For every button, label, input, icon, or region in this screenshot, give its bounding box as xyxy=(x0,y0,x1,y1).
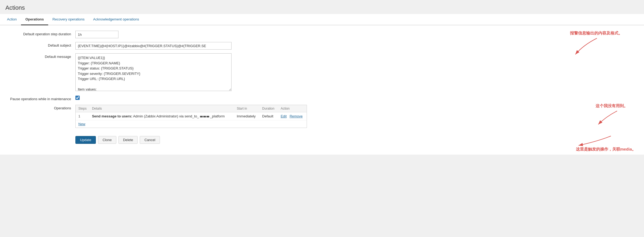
subject-input[interactable] xyxy=(75,42,232,50)
col-start-in: Start in xyxy=(234,105,259,112)
media-dots xyxy=(200,116,209,117)
subject-control xyxy=(75,42,639,50)
operations-table-wrapper: Steps Details Start in Duration Action 1 xyxy=(75,105,307,128)
subject-label: Default subject xyxy=(5,42,75,47)
tab-operations[interactable]: Operations xyxy=(21,14,48,25)
col-duration: Duration xyxy=(260,105,278,112)
pause-label: Pause operations while in maintenance xyxy=(5,96,75,101)
step-duration-input[interactable] xyxy=(75,31,118,38)
message-row: Default message {{ITEM.VALUE1}} Trigger:… xyxy=(0,53,644,92)
operations-row: Operations Steps Details Start in Durati… xyxy=(0,105,644,128)
cancel-button[interactable]: Cancel xyxy=(140,136,160,144)
pause-control xyxy=(75,96,639,100)
message-label: Default message xyxy=(5,53,75,59)
row-step: 1 xyxy=(76,112,89,120)
step-duration-row: Default operation step duration xyxy=(0,31,644,38)
row-duration: Default xyxy=(260,112,278,120)
message-textarea[interactable]: {{ITEM.VALUE1}} Trigger: {TRIGGER.NAME} … xyxy=(75,53,232,91)
tab-acknowledgement[interactable]: Acknowledgement operations xyxy=(89,14,144,25)
remove-link[interactable]: Remove xyxy=(290,114,303,118)
operations-table: Steps Details Start in Duration Action 1 xyxy=(76,105,307,120)
col-details: Details xyxy=(89,105,234,112)
update-button[interactable]: Update xyxy=(75,136,96,144)
step-duration-control xyxy=(75,31,639,38)
row-details: Send message to users: Admin (Zabbix Adm… xyxy=(89,112,234,120)
step-duration-label: Default operation step duration xyxy=(5,31,75,36)
message-control: {{ITEM.VALUE1}} Trigger: {TRIGGER.NAME} … xyxy=(75,53,639,92)
details-bold: Send message to users: xyxy=(92,114,132,118)
tab-action[interactable]: Action xyxy=(3,14,21,25)
delete-button[interactable]: Delete xyxy=(118,136,138,144)
clone-button[interactable]: Clone xyxy=(98,136,116,144)
tab-bar: Action Operations Recovery operations Ac… xyxy=(0,14,644,25)
operations-label: Operations xyxy=(5,105,75,110)
pause-checkbox[interactable] xyxy=(75,96,80,100)
new-link[interactable]: New xyxy=(76,120,307,128)
col-steps: Steps xyxy=(76,105,89,112)
col-action: Action xyxy=(278,105,307,112)
row-start-in: Immediately xyxy=(234,112,259,120)
row-actions: Edit Remove xyxy=(278,112,307,120)
details-end: _platform xyxy=(210,114,225,118)
page-title: Actions xyxy=(0,0,644,14)
edit-link[interactable]: Edit xyxy=(281,114,286,118)
pause-row: Pause operations while in maintenance xyxy=(0,96,644,101)
table-row: 1 Send message to users: Admin (Zabbix A… xyxy=(76,112,307,120)
details-rest: Admin (Zabbix Administrator) via send_to… xyxy=(133,114,199,118)
operations-control: Steps Details Start in Duration Action 1 xyxy=(75,105,639,128)
tab-recovery[interactable]: Recovery operations xyxy=(48,14,89,25)
button-row: Update Clone Delete Cancel xyxy=(0,132,644,149)
subject-row: Default subject xyxy=(0,42,644,50)
